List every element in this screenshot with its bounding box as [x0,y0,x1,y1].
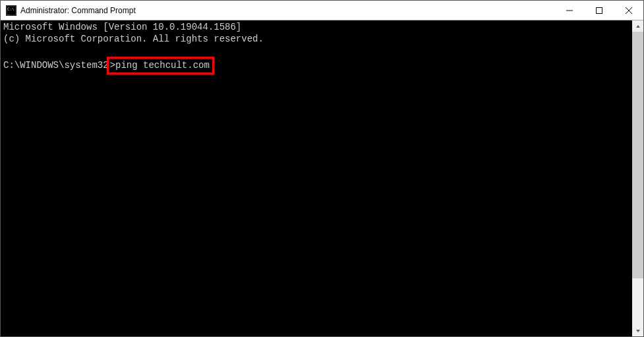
vertical-scrollbar[interactable] [632,20,643,336]
window-frame: C:\ _ Administrator: Command Prompt Micr… [0,0,644,337]
scroll-down-arrow-icon[interactable] [632,325,643,336]
terminal-output[interactable]: Microsoft Windows [Version 10.0.19044.15… [1,20,632,336]
client-area: Microsoft Windows [Version 10.0.19044.15… [1,20,643,336]
minimize-button[interactable] [554,1,584,20]
close-button[interactable] [614,1,643,20]
scroll-thumb[interactable] [632,32,643,278]
terminal-line: Microsoft Windows [Version 10.0.19044.15… [3,22,241,32]
scroll-track[interactable] [632,32,643,325]
terminal-command: ping techcult.com [115,60,210,71]
window-title: Administrator: Command Prompt [20,6,554,15]
svg-rect-5 [596,7,602,13]
cmd-icon: C:\ _ [6,5,16,16]
terminal-prompt: C:\WINDOWS\system32 [3,60,109,71]
scroll-up-arrow-icon[interactable] [632,20,643,32]
maximize-button[interactable] [584,1,614,20]
command-highlight: >ping techcult.com [107,57,214,75]
titlebar[interactable]: C:\ _ Administrator: Command Prompt [1,1,643,20]
terminal-line: (c) Microsoft Corporation. All rights re… [3,34,264,44]
prompt-separator: > [110,60,115,71]
svg-text:_: _ [7,10,10,15]
window-controls [554,1,643,20]
